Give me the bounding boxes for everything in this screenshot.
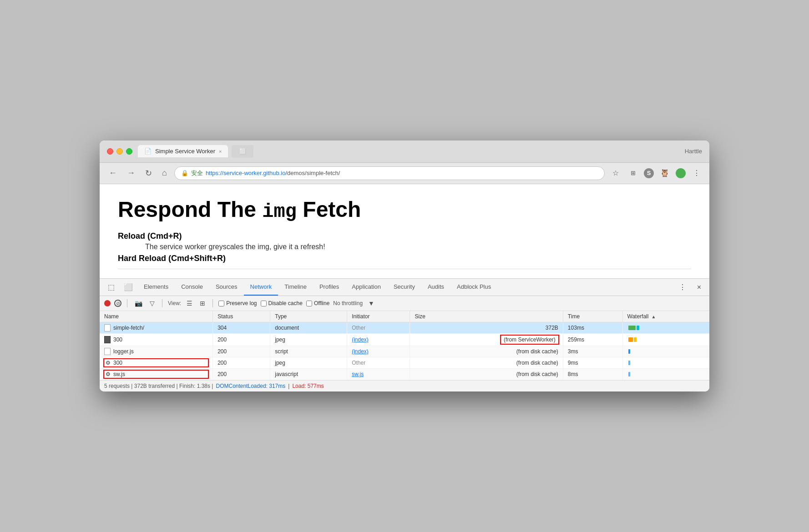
preserve-log-checkbox[interactable] <box>218 301 224 306</box>
tab-sources[interactable]: Sources <box>209 279 244 296</box>
type-cell: document <box>270 322 347 334</box>
address-bar[interactable]: 🔒 安全 https://service-worker.github.io/de… <box>174 166 605 180</box>
col-type: Type <box>270 311 347 322</box>
status-cell: 200 <box>213 357 270 369</box>
network-toolbar: ⊘ 📷 ▽ View: ☰ ⊞ Preserve log Disable cac… <box>100 296 709 311</box>
name-cell: logger.js <box>100 346 213 357</box>
table-row[interactable]: ⚙sw.js 200 javascript sw.js (from disk c… <box>100 369 709 380</box>
qr-icon[interactable]: ⊞ <box>627 167 639 180</box>
size-value: (from disk cache) <box>516 360 558 366</box>
col-time: Time <box>563 311 622 322</box>
dom-content-loaded-text: DOMContentLoaded: 317ms <box>216 383 285 389</box>
size-cell: (from ServiceWorker) <box>410 334 563 346</box>
table-row[interactable]: simple-fetch/ 304 document Other 372B 10… <box>100 322 709 334</box>
initiator-link[interactable]: (index) <box>352 336 369 343</box>
tab-close-button[interactable]: × <box>219 149 222 154</box>
devtools-more-button[interactable]: ⋮ <box>674 279 691 295</box>
table-row[interactable]: ⚙300 200 jpeg Other (from disk cache) 9m… <box>100 357 709 369</box>
forward-button[interactable]: → <box>124 167 138 179</box>
back-button[interactable]: ← <box>106 167 120 179</box>
close-button[interactable] <box>107 148 113 155</box>
status-bar: 5 requests | 372B transferred | Finish: … <box>100 380 709 391</box>
nav-bar: ← → ↻ ⌂ 🔒 安全 https://service-worker.gith… <box>100 163 709 184</box>
size-value: (from ServiceWorker) <box>501 336 558 344</box>
time-cell: 8ms <box>563 369 622 380</box>
home-button[interactable]: ⌂ <box>159 167 170 179</box>
green-circle-icon <box>676 168 686 178</box>
network-table: Name Status Type Initiator Size Time Wat… <box>100 311 709 380</box>
time-cell: 103ms <box>563 322 622 334</box>
reload-button[interactable]: ↻ <box>142 167 155 179</box>
col-name: Name <box>100 311 213 322</box>
initiator-link[interactable]: sw.js <box>352 371 364 377</box>
title-bar: 📄 Simple Service Worker × ⬜ Harttle <box>100 141 709 163</box>
tab-profiles[interactable]: Profiles <box>313 279 345 296</box>
table-row[interactable]: 300 200 jpeg (index) (from ServiceWorker… <box>100 334 709 346</box>
gear-icon: ⚙ <box>106 371 111 377</box>
status-cell: 200 <box>213 334 270 346</box>
owl-icon[interactable]: 🦉 <box>658 167 671 180</box>
video-camera-icon[interactable]: 📷 <box>133 299 144 308</box>
tab-security[interactable]: Security <box>387 279 421 296</box>
secure-label: 安全 <box>191 169 203 177</box>
view-list-icon[interactable]: ☰ <box>185 299 194 308</box>
reload-heading: Reload (Cmd+R) <box>118 231 691 241</box>
record-button[interactable] <box>104 300 111 306</box>
maximize-button[interactable] <box>126 148 132 155</box>
clear-button[interactable]: ⊘ <box>114 300 121 307</box>
waterfall-bar <box>628 337 633 342</box>
tab-console[interactable]: Console <box>175 279 209 296</box>
tab-timeline[interactable]: Timeline <box>278 279 313 296</box>
initiator-cell: sw.js <box>347 369 410 380</box>
devtools-close-button[interactable]: × <box>693 280 706 295</box>
col-size: Size <box>410 311 563 322</box>
waterfall-cell <box>622 369 709 380</box>
devtools-right-icons: ⋮ × <box>674 279 706 295</box>
offline-checkbox[interactable] <box>306 301 312 306</box>
disable-cache-checkbox[interactable] <box>261 301 267 306</box>
status-cell: 304 <box>213 322 270 334</box>
minimize-button[interactable] <box>116 148 123 155</box>
size-cell: (from disk cache) <box>410 357 563 369</box>
page-heading: Respond The img Fetch <box>118 198 691 222</box>
name-cell: 300 <box>100 334 213 346</box>
row-name: 300 <box>113 336 122 343</box>
name-cell: ⚙300 <box>100 357 213 369</box>
initiator-cell: (index) <box>347 346 410 357</box>
waterfall-cell <box>622 334 709 346</box>
toolbar-divider-2 <box>162 299 162 307</box>
tab-application[interactable]: Application <box>345 279 387 296</box>
device-toolbar-button[interactable]: ⬜ <box>119 279 137 295</box>
waterfall-bar <box>637 326 639 330</box>
active-tab[interactable]: 📄 Simple Service Worker × <box>138 145 228 157</box>
throttle-select[interactable]: No throttling <box>333 300 363 306</box>
initiator-other: Other <box>352 325 365 331</box>
new-tab-button[interactable]: ⬜ <box>232 145 253 158</box>
view-group-icon[interactable]: ⊞ <box>198 299 207 308</box>
file-icon <box>104 324 111 331</box>
profile-s-icon[interactable]: S <box>644 168 654 178</box>
initiator-link[interactable]: (index) <box>352 348 369 355</box>
waterfall-cell <box>622 322 709 334</box>
load-text: Load: 577ms <box>292 383 324 389</box>
status-separator: | <box>288 383 289 389</box>
inspect-element-button[interactable]: ⬚ <box>103 279 119 295</box>
waterfall-sort-icon[interactable]: ▲ <box>651 314 656 319</box>
file-icon <box>104 348 111 355</box>
waterfall-cell <box>622 346 709 357</box>
throttle-dropdown-icon[interactable]: ▼ <box>366 299 376 308</box>
status-main-text: 5 requests | 372B transferred | Finish: … <box>104 383 213 389</box>
waterfall-cell <box>622 357 709 369</box>
filter-icon[interactable]: ▽ <box>148 299 157 308</box>
status-cell: 200 <box>213 369 270 380</box>
secure-icon: 🔒 <box>181 170 188 176</box>
bookmark-icon[interactable]: ☆ <box>609 167 622 180</box>
more-menu-button[interactable]: ⋮ <box>690 167 703 180</box>
tab-adblock[interactable]: Adblock Plus <box>450 279 497 296</box>
tab-network[interactable]: Network <box>244 279 278 296</box>
table-row[interactable]: logger.js 200 script (index) (from disk … <box>100 346 709 357</box>
tab-audits[interactable]: Audits <box>421 279 450 296</box>
time-cell: 259ms <box>563 334 622 346</box>
tab-elements[interactable]: Elements <box>137 279 175 296</box>
heading-code: img <box>262 201 297 223</box>
